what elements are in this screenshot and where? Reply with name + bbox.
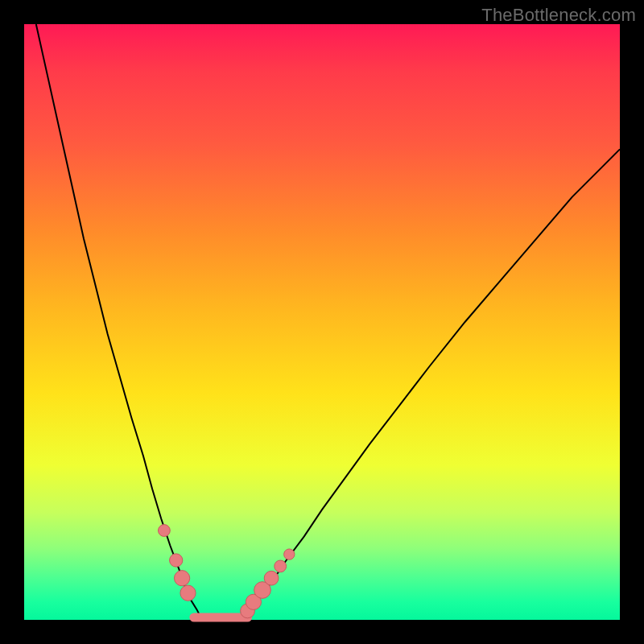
curve-marker: [159, 525, 171, 537]
curve-marker: [174, 571, 189, 586]
curve-marker: [275, 560, 287, 572]
plot-area: [24, 24, 620, 620]
chart-frame: TheBottleneck.com: [0, 0, 644, 644]
curve-marker: [284, 549, 295, 559]
watermark-text: TheBottleneck.com: [481, 5, 636, 26]
curve-marker: [264, 571, 279, 585]
curve-markers: [159, 525, 295, 618]
curves-svg: [24, 24, 620, 620]
right-curve: [238, 149, 620, 620]
left-curve: [36, 24, 203, 620]
curve-marker: [170, 554, 183, 567]
curve-marker: [180, 585, 196, 601]
